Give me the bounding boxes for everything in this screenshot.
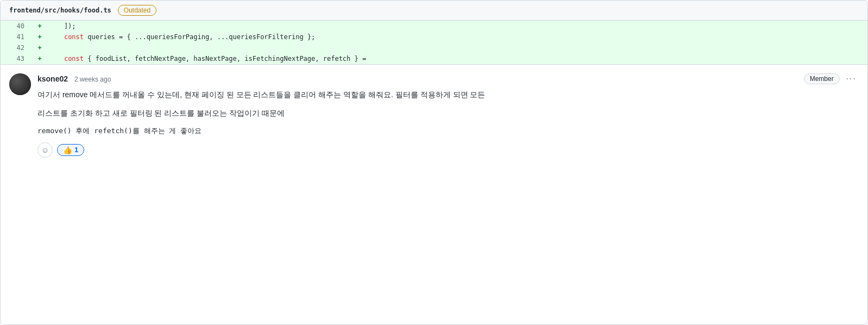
comment-author-block: ksone02 2 weeks ago <box>37 74 111 83</box>
more-options-button[interactable]: ··· <box>844 74 859 84</box>
line-sign-40: + <box>33 21 46 32</box>
comment-body: ksone02 2 weeks ago Member ··· 여기서 remov… <box>37 73 859 158</box>
pr-review-container: frontend/src/hooks/food.ts Outdated 40 +… <box>0 0 868 325</box>
line-sign-42: + <box>33 42 46 53</box>
comment-author: ksone02 <box>37 74 68 83</box>
line-content-42 <box>46 42 52 53</box>
line-content-41: const queries = { ...queriesForPaging, .… <box>46 32 315 42</box>
line-number-40: 40 <box>1 21 33 32</box>
code-line-40: 40 + ]); <box>1 21 867 32</box>
avatar <box>9 73 31 95</box>
line-content-43: const { foodList, fetchNextPage, hasNext… <box>46 53 366 64</box>
emoji-picker-icon: ☺ <box>41 146 49 154</box>
member-badge: Member <box>804 73 840 84</box>
comment-section: ksone02 2 weeks ago Member ··· 여기서 remov… <box>1 65 867 166</box>
line-number-41: 41 <box>1 32 33 42</box>
line-sign-41: + <box>33 32 46 42</box>
line-number-42: 42 <box>1 42 33 53</box>
file-header: frontend/src/hooks/food.ts Outdated <box>1 1 867 21</box>
comment-reactions: ☺ 👍 1 <box>37 142 859 158</box>
code-diff: 40 + ]); 41 + const queries = { ...queri… <box>1 21 867 65</box>
avatar-image <box>9 73 31 95</box>
emoji-picker-button[interactable]: ☺ <box>37 142 53 158</box>
line-sign-43: + <box>33 53 46 64</box>
comment-text-line1: 여기서 remove 메서드를 꺼내올 수 있는데, 현재 페이징 된 모든 리… <box>37 89 859 101</box>
code-line-43: 43 + const { foodList, fetchNextPage, ha… <box>1 53 867 64</box>
comment-header-right: Member ··· <box>804 73 859 84</box>
thumbs-up-count: 1 <box>74 146 78 154</box>
comment-header: ksone02 2 weeks ago Member ··· <box>37 73 859 84</box>
comment-time: 2 weeks ago <box>74 76 111 83</box>
comment-text-line2: 리스트를 초기화 하고 새로 필터링 된 리스트를 불러오는 작업이기 때문에 <box>37 107 859 119</box>
code-line-42: 42 + <box>1 42 867 53</box>
code-line-41: 41 + const queries = { ...queriesForPagi… <box>1 32 867 42</box>
thumbs-up-emoji: 👍 <box>63 146 72 154</box>
line-number-43: 43 <box>1 53 33 64</box>
thumbs-up-reaction-button[interactable]: 👍 1 <box>57 144 84 156</box>
line-content-40: ]); <box>46 21 76 32</box>
outdated-badge[interactable]: Outdated <box>118 5 156 16</box>
comment-code-snippet: remove() 후에 refetch()를 해주는 게 좋아요 <box>37 126 859 136</box>
file-path: frontend/src/hooks/food.ts <box>9 7 111 14</box>
